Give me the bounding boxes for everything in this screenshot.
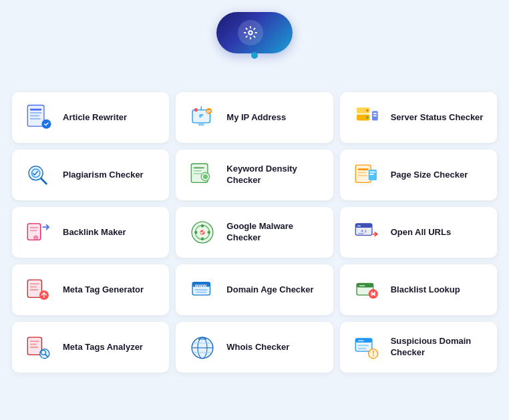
svg-point-16 (366, 116, 369, 119)
svg-rect-25 (194, 168, 204, 169)
tool-card-plagiarism-checker[interactable]: Plagiarism Checker (12, 150, 169, 200)
tool-icon-meta-tags-analyzer (23, 331, 55, 363)
tool-label-backlink-maker: Backlink Maker (63, 227, 126, 238)
svg-rect-64 (359, 285, 365, 286)
svg-point-15 (366, 110, 369, 112)
tool-label-article-rewriter: Article Rewriter (63, 112, 127, 124)
svg-rect-34 (369, 174, 373, 175)
tool-icon-article-rewriter (23, 101, 55, 134)
svg-text:+: + (35, 236, 37, 240)
tool-icon-open-all-urls: 4.1 (351, 216, 383, 248)
tool-label-meta-tag-generator: Meta Tag Generator (63, 284, 144, 296)
svg-rect-53 (30, 283, 39, 284)
tool-card-my-ip-address[interactable]: IP IP My IP Address (176, 92, 333, 143)
tool-card-domain-age-checker[interactable]: WWW. Domain Age Checker (176, 264, 333, 315)
tool-card-page-size-checker[interactable]: Page Size Checker (340, 150, 497, 200)
tool-icon-server-status-checker (351, 101, 383, 134)
tool-label-plagiarism-checker: Plagiarism Checker (63, 170, 144, 181)
svg-point-43 (201, 237, 204, 240)
tool-card-backlink-maker[interactable]: + Backlink Maker (12, 207, 169, 258)
tool-label-blacklist-lookup: Blacklist Lookup (391, 284, 460, 296)
tool-icon-my-ip-address: IP IP (186, 101, 218, 134)
svg-rect-80 (357, 340, 363, 341)
tool-label-whois-checker: Whois Checker (226, 342, 289, 353)
tool-icon-domain-age-checker: WWW. (186, 274, 218, 306)
header-pill (216, 12, 293, 53)
svg-rect-61 (196, 292, 207, 293)
svg-text:!: ! (372, 349, 375, 357)
svg-rect-37 (30, 230, 37, 231)
svg-rect-29 (357, 168, 368, 170)
svg-text:IP: IP (207, 109, 211, 114)
svg-rect-3 (30, 112, 42, 114)
svg-rect-55 (30, 289, 38, 290)
svg-point-42 (201, 224, 204, 227)
tool-icon-google-malware-checker (186, 216, 218, 248)
svg-rect-51 (357, 233, 363, 234)
tool-card-whois-checker[interactable]: WWW Whois Checker (176, 322, 333, 373)
svg-rect-66 (27, 337, 41, 355)
tools-grid: Article Rewriter IP IP My IP Address Ser… (0, 87, 509, 385)
svg-text:4.1: 4.1 (361, 228, 367, 233)
svg-rect-60 (195, 289, 208, 290)
svg-rect-81 (357, 345, 368, 346)
tool-card-article-rewriter[interactable]: Article Rewriter (12, 92, 169, 143)
svg-point-9 (194, 108, 198, 112)
tool-label-my-ip-address: My IP Address (226, 112, 286, 124)
svg-rect-49 (357, 225, 361, 226)
tool-icon-meta-tag-generator (23, 274, 55, 306)
svg-point-44 (194, 231, 197, 234)
svg-text:IP: IP (199, 114, 204, 118)
svg-rect-26 (194, 170, 202, 172)
svg-rect-2 (30, 109, 42, 111)
tool-icon-whois-checker: WWW (186, 331, 218, 363)
tool-label-open-all-urls: Open All URLs (391, 227, 452, 238)
svg-point-0 (248, 31, 252, 35)
tool-card-meta-tag-generator[interactable]: Meta Tag Generator (12, 264, 169, 315)
svg-rect-18 (373, 113, 376, 114)
tool-label-domain-age-checker: Domain Age Checker (226, 284, 313, 296)
tool-icon-page-size-checker (351, 159, 383, 191)
svg-rect-10 (198, 123, 204, 126)
svg-rect-54 (30, 286, 37, 288)
tool-card-keyword-density-checker[interactable]: Keyword Density Checker (176, 150, 333, 200)
header-section (0, 0, 509, 60)
svg-rect-31 (357, 175, 367, 176)
tool-label-page-size-checker: Page Size Checker (391, 170, 468, 181)
tool-label-google-malware-checker: Google Malware Checker (226, 221, 322, 244)
svg-rect-5 (30, 118, 41, 120)
tool-label-keyword-density-checker: Keyword Density Checker (226, 164, 322, 186)
svg-point-45 (208, 231, 210, 234)
svg-text:WWW: WWW (198, 337, 207, 341)
tool-icon-blacklist-lookup (351, 274, 383, 306)
svg-rect-67 (30, 341, 39, 342)
gear-icon (238, 20, 263, 45)
svg-rect-19 (373, 115, 376, 116)
tool-icon-suspicious-domain-checker: ! (351, 331, 383, 363)
tool-icon-keyword-density-checker (186, 159, 218, 191)
svg-rect-36 (30, 227, 38, 228)
svg-rect-27 (194, 173, 203, 174)
tool-card-open-all-urls[interactable]: 4.1 Open All URLs (340, 207, 497, 258)
svg-rect-30 (357, 172, 365, 174)
svg-rect-68 (30, 344, 37, 345)
tool-label-server-status-checker: Server Status Checker (391, 112, 484, 124)
svg-rect-33 (369, 172, 375, 173)
tool-card-blacklist-lookup[interactable]: Blacklist Lookup (340, 264, 497, 315)
tool-card-server-status-checker[interactable]: Server Status Checker (340, 92, 497, 143)
svg-rect-69 (30, 347, 38, 348)
svg-rect-82 (357, 348, 365, 349)
tool-icon-plagiarism-checker (23, 159, 55, 191)
tool-card-meta-tags-analyzer[interactable]: Meta Tags Analyzer (12, 322, 169, 373)
tool-card-google-malware-checker[interactable]: Google Malware Checker (176, 207, 333, 258)
svg-rect-4 (30, 115, 39, 116)
tool-icon-backlink-maker: + (23, 216, 55, 248)
svg-text:WWW.: WWW. (195, 283, 208, 288)
tool-label-suspicious-domain-checker: Suspicious Domain Checker (391, 336, 486, 359)
tool-card-suspicious-domain-checker[interactable]: ! Suspicious Domain Checker (340, 322, 497, 373)
subtitle-section (0, 60, 509, 87)
tool-label-meta-tags-analyzer: Meta Tags Analyzer (63, 342, 143, 353)
